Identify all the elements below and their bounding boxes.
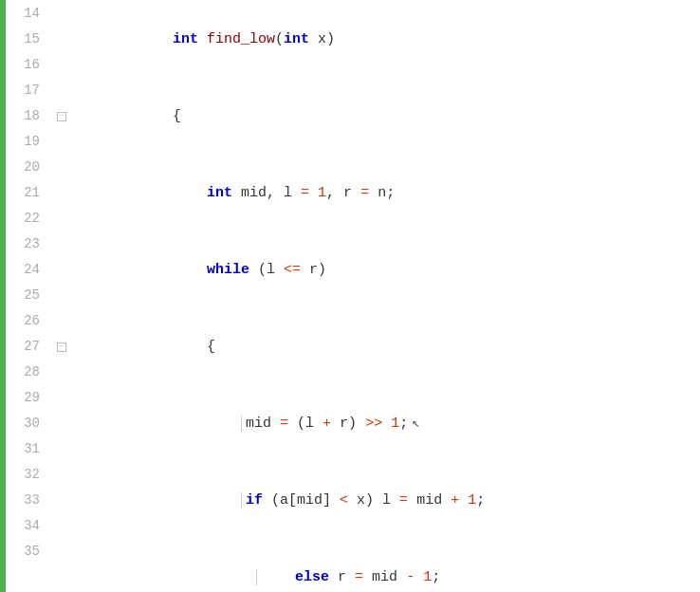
mouse-cursor: ↖ — [412, 411, 419, 436]
ln-19: 19 — [6, 129, 40, 155]
fold-18[interactable]: − — [53, 342, 70, 352]
fold-minus-15[interactable]: − — [57, 112, 66, 121]
code-line-18: − { — [53, 308, 700, 385]
code-line-16: int mid, l = 1, r = n; — [53, 155, 700, 231]
ln-28: 28 — [6, 360, 40, 385]
line18-text: { — [70, 308, 700, 385]
code-content-area: int find_low(int x) − { int mid, l = 1, … — [49, 0, 700, 592]
ln-20: 20 — [6, 155, 40, 180]
ln-26: 26 — [6, 308, 40, 334]
ln-14: 14 — [6, 1, 40, 27]
line19-text: mid = (l + r) >> 1;↖ — [70, 385, 700, 462]
ln-27: 27 — [6, 334, 40, 360]
ln-30: 30 — [6, 411, 40, 436]
fold-17 — [53, 257, 70, 283]
fold-20 — [53, 488, 70, 513]
fold-21 — [53, 564, 70, 590]
code-line-14: int find_low(int x) — [53, 1, 700, 78]
ln-21: 21 — [6, 180, 40, 206]
ln-24: 24 — [6, 257, 40, 283]
fold-19 — [53, 411, 70, 436]
ln-32: 32 — [6, 462, 40, 488]
ln-17: 17 — [6, 78, 40, 103]
line-numbers: 14 15 16 17 18 19 20 21 22 23 24 25 26 2… — [6, 0, 49, 592]
ln-33: 33 — [6, 488, 40, 513]
ln-23: 23 — [6, 231, 40, 257]
ln-25: 25 — [6, 283, 40, 308]
ln-22: 22 — [6, 206, 40, 231]
code-line-21: else r = mid - 1; — [53, 539, 700, 592]
fold-16 — [53, 180, 70, 206]
line15-text: { — [70, 78, 700, 155]
line16-text: int mid, l = 1, r = n; — [70, 155, 700, 231]
ln-35: 35 — [6, 539, 40, 564]
fold-minus-18[interactable]: − — [57, 342, 66, 352]
code-editor: 14 15 16 17 18 19 20 21 22 23 24 25 26 2… — [0, 0, 700, 592]
fold-14[interactable] — [53, 27, 70, 52]
ln-31: 31 — [6, 436, 40, 462]
code-line-15: − { — [53, 78, 700, 155]
line21-text: else r = mid - 1; — [70, 539, 700, 592]
code-line-17: while (l <= r) — [53, 231, 700, 308]
line20-text: if (a[mid] < x) l = mid + 1; — [70, 462, 700, 539]
code-line-20: if (a[mid] < x) l = mid + 1; — [53, 462, 700, 539]
ln-34: 34 — [6, 513, 40, 539]
fold-15[interactable]: − — [53, 112, 70, 121]
ln-29: 29 — [6, 385, 40, 411]
line17-text: while (l <= r) — [70, 231, 700, 308]
ln-16: 16 — [6, 52, 40, 78]
line14-text: int find_low(int x) — [70, 1, 700, 78]
ln-18: 18 — [6, 103, 40, 129]
code-line-19: mid = (l + r) >> 1;↖ — [53, 385, 700, 462]
ln-15: 15 — [6, 27, 40, 52]
